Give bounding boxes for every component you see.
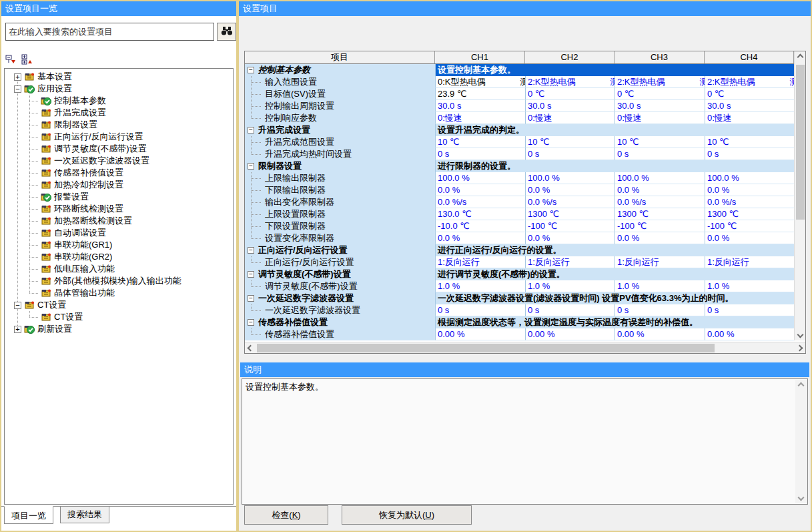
group-description-cell[interactable]: 一次延迟数字滤波器设置(滤波器设置时间) 设置PV值变化63.3%为止的时间。 bbox=[435, 292, 794, 304]
value-cell-ch2[interactable]: 0.0 %/s bbox=[525, 196, 615, 208]
tree-item-label[interactable]: 低电压输入功能 bbox=[54, 263, 115, 275]
tree-item[interactable]: 加热冷却控制设置 bbox=[5, 179, 233, 191]
value-cell-ch4[interactable]: 0:慢速 bbox=[705, 112, 794, 124]
expand-plus-icon[interactable]: + bbox=[14, 73, 21, 81]
setting-item-cell[interactable]: 输出变化率限制器 bbox=[245, 196, 435, 208]
tree-item-label[interactable]: 一次延迟数字滤波器设置 bbox=[54, 155, 149, 167]
scroll-down-icon[interactable] bbox=[795, 329, 806, 340]
value-cell-ch3[interactable]: 0.0 % bbox=[615, 232, 705, 244]
value-cell-ch2[interactable]: 100.0 % bbox=[525, 172, 615, 184]
setting-item-cell[interactable]: 调节灵敏度(不感带)设置 bbox=[245, 280, 435, 292]
value-cell-ch1[interactable]: 0:慢速 bbox=[435, 112, 525, 124]
value-cell-ch2[interactable]: 30.0 s bbox=[525, 100, 615, 112]
value-cell-ch3[interactable]: 10 ℃ bbox=[615, 136, 705, 148]
value-cell-ch1[interactable]: 0 s bbox=[435, 304, 525, 316]
tree-item[interactable]: 串联功能(GR1) bbox=[5, 239, 233, 251]
value-cell-ch3[interactable]: 0.0 % bbox=[615, 184, 705, 196]
value-cell-ch4[interactable]: 1.0 % bbox=[705, 280, 794, 292]
group-item-cell[interactable]: −正向运行/反向运行设置 bbox=[245, 244, 435, 256]
value-cell-ch1[interactable]: 0.0 %/s bbox=[435, 196, 525, 208]
setting-item-cell[interactable]: 目标值(SV)设置 bbox=[245, 88, 435, 100]
value-cell-ch2[interactable]: 1.0 % bbox=[525, 280, 615, 292]
setting-item-cell[interactable]: 一次延迟数字滤波器设置 bbox=[245, 304, 435, 316]
value-cell-ch1[interactable]: 0.0 % bbox=[435, 184, 525, 196]
value-cell-ch3[interactable]: 0 s bbox=[615, 304, 705, 316]
value-cell-ch3[interactable]: 0.0 %/s bbox=[615, 196, 705, 208]
tree-item[interactable]: −CT设置 bbox=[5, 299, 233, 311]
tree-item[interactable]: 一次延迟数字滤波器设置 bbox=[5, 155, 233, 167]
value-cell-ch4[interactable]: 0.0 % bbox=[705, 232, 794, 244]
value-cell-ch1[interactable]: -10.0 ℃ bbox=[435, 220, 525, 232]
tree-item-label[interactable]: 串联功能(GR2) bbox=[54, 251, 112, 263]
tree-item[interactable]: 外部(其他模拟模块)输入输出功能 bbox=[5, 275, 233, 287]
tree-item-label[interactable]: 报警设置 bbox=[54, 191, 89, 203]
value-cell-ch1[interactable]: 1:反向运行 bbox=[435, 256, 525, 268]
search-button[interactable] bbox=[217, 23, 236, 41]
group-description-cell[interactable]: 进行调节灵敏度(不感带)的设置。 bbox=[435, 268, 794, 280]
setting-item-cell[interactable]: 上限设置限制器 bbox=[245, 208, 435, 220]
value-cell-ch2[interactable]: 0.0 % bbox=[525, 184, 615, 196]
tree-item-label[interactable]: 晶体管输出功能 bbox=[54, 287, 115, 299]
value-cell-ch4[interactable]: 1:反向运行 bbox=[705, 256, 794, 268]
tree-item-label[interactable]: 应用设置 bbox=[37, 83, 72, 95]
group-item-cell[interactable]: −控制基本参数 bbox=[245, 64, 435, 76]
tree-item[interactable]: 报警设置 bbox=[5, 191, 233, 203]
setting-item-cell[interactable]: 输入范围设置 bbox=[245, 76, 435, 88]
group-item-cell[interactable]: −调节灵敏度(不感带)设置 bbox=[245, 268, 435, 280]
value-cell-ch1[interactable]: 30.0 s bbox=[435, 100, 525, 112]
collapse-minus-icon[interactable]: − bbox=[248, 295, 254, 302]
group-item-cell[interactable]: −升温完成设置 bbox=[245, 124, 435, 136]
value-cell-ch1[interactable]: 23.9 ℃ bbox=[435, 88, 525, 100]
tree-item-label[interactable]: CT设置 bbox=[37, 299, 66, 311]
tree-item[interactable]: 自动调谐设置 bbox=[5, 227, 233, 239]
tab-search-result[interactable]: 搜索结果 bbox=[60, 507, 109, 523]
expand-plus-icon[interactable]: + bbox=[14, 326, 21, 333]
tree-item-label[interactable]: 限制器设置 bbox=[54, 119, 97, 131]
value-cell-ch4[interactable]: 0 ℃ bbox=[705, 88, 794, 100]
tree-item[interactable]: 调节灵敏度(不感带)设置 bbox=[5, 143, 233, 155]
group-description-cell[interactable]: 根据测定温度状态等，设置测定温度与实际温度有误差时的补偿值。 bbox=[435, 316, 794, 328]
setting-item-cell[interactable]: 设置变化率限制器 bbox=[245, 232, 435, 244]
value-cell-ch3[interactable]: 1300 ℃ bbox=[615, 208, 705, 220]
value-cell-ch3[interactable]: 0:慢速 bbox=[615, 112, 705, 124]
expand-all-icon[interactable] bbox=[21, 54, 33, 65]
note-scrollbar[interactable] bbox=[795, 380, 807, 503]
value-cell-ch3[interactable]: 0.00 % bbox=[615, 328, 705, 340]
value-cell-ch3[interactable]: 0 ℃ bbox=[615, 88, 705, 100]
value-cell-ch3[interactable]: 1.0 % bbox=[615, 280, 705, 292]
value-cell-ch2[interactable]: 0 s bbox=[525, 148, 615, 160]
value-cell-ch2[interactable]: 10 ℃ bbox=[525, 136, 615, 148]
group-item-cell[interactable]: −传感器补偿值设置 bbox=[245, 316, 435, 328]
value-cell-ch4[interactable]: 0.0 %/s bbox=[705, 196, 794, 208]
tree-item[interactable]: 升温完成设置 bbox=[5, 107, 233, 119]
note-scroll-up-icon[interactable] bbox=[795, 380, 807, 391]
setting-item-cell[interactable]: 下限设置限制器 bbox=[245, 220, 435, 232]
restore-default-button[interactable]: 恢复为默认(U) bbox=[342, 505, 472, 525]
tree-item-label[interactable]: 自动调谐设置 bbox=[54, 227, 106, 239]
tree-item[interactable]: CT设置 bbox=[5, 311, 233, 323]
value-cell-ch1[interactable]: 10 ℃ bbox=[435, 136, 525, 148]
collapse-minus-icon[interactable]: − bbox=[248, 247, 254, 254]
value-cell-ch1[interactable]: 0:K型热电偶 测定 bbox=[435, 76, 525, 88]
value-cell-ch3[interactable]: -100 ℃ bbox=[615, 220, 705, 232]
table-horizontal-scrollbar[interactable] bbox=[245, 342, 805, 353]
value-cell-ch2[interactable]: 0 s bbox=[525, 304, 615, 316]
tree-item[interactable]: 正向运行/反向运行设置 bbox=[5, 131, 233, 143]
value-cell-ch3[interactable]: 100.0 % bbox=[615, 172, 705, 184]
table-vertical-scrollbar[interactable] bbox=[794, 51, 805, 340]
collapse-minus-icon[interactable]: − bbox=[248, 127, 254, 134]
search-input[interactable] bbox=[5, 23, 214, 41]
collapse-minus-icon[interactable]: − bbox=[248, 163, 254, 170]
tab-item-list[interactable]: 项目一览 bbox=[4, 506, 53, 524]
value-cell-ch2[interactable]: 2:K型热电偶 测定 bbox=[525, 76, 615, 88]
value-cell-ch4[interactable]: 0.0 % bbox=[705, 184, 794, 196]
vertical-scroll-thumb[interactable] bbox=[796, 65, 805, 220]
value-cell-ch4[interactable]: 2:K型热电偶 测定 bbox=[705, 76, 794, 88]
group-description-cell[interactable]: 设置升温完成的判定。 bbox=[435, 124, 794, 136]
value-cell-ch2[interactable]: 0 ℃ bbox=[525, 88, 615, 100]
tree-item-label[interactable]: 串联功能(GR1) bbox=[54, 239, 112, 251]
value-cell-ch4[interactable]: 0.00 % bbox=[705, 328, 794, 340]
tree-item[interactable]: 串联功能(GR2) bbox=[5, 251, 233, 263]
value-cell-ch4[interactable]: 100.0 % bbox=[705, 172, 794, 184]
value-cell-ch1[interactable]: 0 s bbox=[435, 148, 525, 160]
